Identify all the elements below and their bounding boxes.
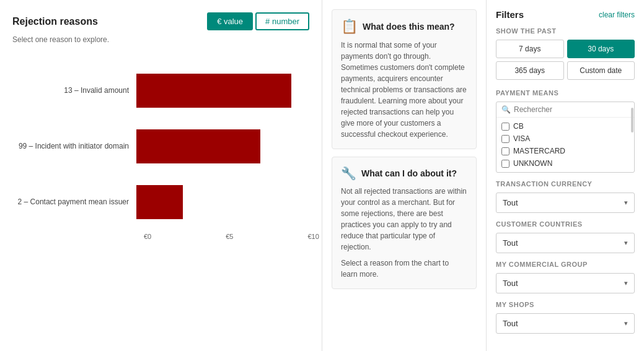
subtitle: Select one reason to explore. [12, 35, 309, 44]
my-shops-section: MY SHOPS Tout ▾ [496, 301, 635, 334]
date-30-days[interactable]: 30 days [567, 40, 635, 58]
payment-means-search-row: 🔍 [496, 102, 634, 118]
info-box-meaning-body: It is normal that some of your payments … [341, 40, 467, 140]
info-box-action: 🔧 What can I do about it? Not all reject… [332, 157, 477, 289]
date-custom[interactable]: Custom date [567, 61, 635, 80]
left-panel: Rejection reasons € value # number Selec… [0, 0, 322, 351]
bar-label-1: 13 – Invalid amount [12, 86, 136, 95]
payment-means-wrapper: 🔍 CB VISA [496, 102, 635, 173]
payment-means-section: PAYMENT MEANS 🔍 CB VISA [496, 89, 635, 173]
toggle-group: € value # number [207, 12, 309, 30]
my-shops-dropdown[interactable]: Tout ▾ [496, 313, 635, 334]
wrench-icon: 🔧 [341, 166, 356, 181]
bar-row[interactable]: 99 – Incident with initiator domain [12, 118, 309, 174]
bar-track-1 [136, 63, 309, 118]
payment-means-list: CB VISA MASTERCARD UNKNOWN [496, 118, 634, 172]
bar-track-2 [136, 118, 309, 174]
scrollbar [631, 108, 633, 132]
bar-label-2: 99 – Incident with initiator domain [12, 142, 136, 150]
clear-filters-link[interactable]: clear filters [599, 11, 635, 19]
customer-countries-label: CUSTOMER COUNTRIES [496, 220, 635, 228]
visa-label: VISA [513, 134, 530, 143]
commercial-group-dropdown[interactable]: Tout ▾ [496, 273, 635, 293]
show-the-past-label: SHOW THE PAST [496, 27, 635, 35]
info-box-action-body: Not all rejected transactions are within… [341, 186, 467, 253]
info-box-meaning-title: What does this mean? [363, 22, 455, 32]
date-grid: 7 days 30 days 365 days Custom date [496, 40, 635, 80]
commercial-group-label: MY COMMERCIAL GROUP [496, 261, 635, 268]
page-title: Rejection reasons [12, 16, 98, 27]
customer-countries-dropdown[interactable]: Tout ▾ [496, 233, 635, 253]
transaction-currency-value: Tout [503, 198, 518, 207]
my-shops-label: MY SHOPS [496, 301, 635, 308]
unknown-label: UNKNOWN [513, 159, 552, 168]
book-icon: 📋 [341, 19, 358, 35]
bar-row[interactable]: 2 – Contact payment mean issuer [12, 174, 309, 230]
transaction-currency-section: TRANSACTION CURRENCY Tout ▾ [496, 180, 635, 213]
list-item[interactable]: CB [501, 120, 629, 132]
bar-label-3: 2 – Contact payment mean issuer [12, 197, 136, 206]
info-box-meaning: 📋 What does this mean? It is normal that… [332, 9, 477, 149]
info-box-action-header: 🔧 What can I do about it? [341, 166, 467, 181]
info-box-action-footer: Select a reason from the chart to learn … [341, 258, 467, 280]
info-box-action-title: What can I do about it? [361, 168, 457, 178]
x-axis: €0 €5 €10 [136, 233, 309, 240]
cb-checkbox[interactable] [501, 123, 509, 131]
chevron-down-icon: ▾ [624, 319, 628, 327]
mastercard-label: MASTERCARD [513, 147, 565, 155]
customer-countries-value: Tout [503, 238, 518, 248]
transaction-currency-dropdown[interactable]: Tout ▾ [496, 193, 635, 213]
list-item[interactable]: MASTERCARD [501, 145, 629, 157]
bar-2[interactable] [136, 129, 260, 163]
payment-means-label: PAYMENT MEANS [496, 89, 635, 97]
chevron-down-icon: ▾ [624, 239, 628, 247]
middle-panel: 📋 What does this mean? It is normal that… [322, 0, 487, 351]
list-item[interactable]: VISA [501, 132, 629, 145]
customer-countries-section: CUSTOMER COUNTRIES Tout ▾ [496, 220, 635, 253]
filters-title: Filters [496, 9, 524, 20]
bar-row[interactable]: 13 – Invalid amount [12, 63, 309, 118]
search-icon: 🔍 [501, 105, 511, 114]
payment-means-search[interactable] [514, 105, 629, 114]
my-shops-value: Tout [503, 319, 518, 328]
toggle-number-button[interactable]: # number [255, 12, 309, 30]
unknown-checkbox[interactable] [501, 160, 509, 168]
date-365-days[interactable]: 365 days [496, 61, 564, 80]
right-panel: Filters clear filters SHOW THE PAST 7 da… [487, 0, 644, 351]
bar-1[interactable] [136, 74, 291, 108]
left-header: Rejection reasons € value # number [12, 12, 309, 30]
mastercard-checkbox[interactable] [501, 147, 509, 155]
commercial-group-section: MY COMMERCIAL GROUP Tout ▾ [496, 261, 635, 293]
commercial-group-value: Tout [503, 279, 518, 288]
x-label-0: €0 [144, 233, 151, 240]
list-item[interactable]: UNKNOWN [501, 157, 629, 170]
visa-checkbox[interactable] [501, 135, 509, 143]
x-label-1: €5 [226, 233, 233, 240]
date-7-days[interactable]: 7 days [496, 40, 564, 58]
bar-3[interactable] [136, 185, 183, 219]
transaction-currency-label: TRANSACTION CURRENCY [496, 180, 635, 188]
cb-label: CB [513, 122, 524, 131]
filters-header: Filters clear filters [496, 9, 635, 20]
bar-track-3 [136, 174, 309, 230]
chart-area: 13 – Invalid amount 99 – Incident with i… [12, 63, 309, 240]
chevron-down-icon: ▾ [624, 279, 628, 287]
show-the-past-section: SHOW THE PAST 7 days 30 days 365 days Cu… [496, 27, 635, 80]
x-label-2: €10 [308, 233, 319, 240]
info-box-meaning-header: 📋 What does this mean? [341, 19, 467, 35]
toggle-value-button[interactable]: € value [207, 12, 253, 30]
payment-means-box: 🔍 CB VISA [496, 102, 635, 173]
chevron-down-icon: ▾ [624, 199, 628, 207]
